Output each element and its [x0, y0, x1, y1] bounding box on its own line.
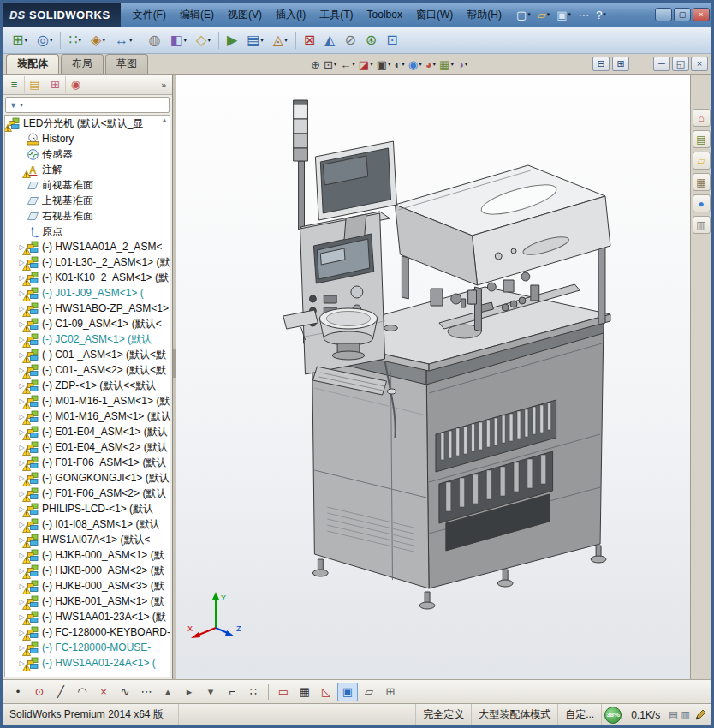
tree-item-hws1ai07a-1[interactable]: ▷HWS1AI07A<1> (默认< — [5, 532, 170, 547]
tree-item-k01-k10-2-asm-1[interactable]: ▷(-) K01-K10_2_ASM<1> (默 — [5, 270, 170, 285]
menu-help[interactable]: 帮助(H) — [460, 3, 509, 27]
erase-button[interactable]: × — [93, 683, 114, 701]
select-point-button[interactable]: • — [8, 683, 28, 701]
grid-table-button[interactable]: ⊞ — [380, 683, 401, 701]
tree-item-item-3[interactable]: A注解 — [5, 162, 170, 177]
close-button[interactable]: × — [693, 8, 710, 21]
tab-assembly[interactable]: 装配体 — [6, 54, 59, 74]
plane-button[interactable]: ▱ — [359, 683, 379, 701]
doc-close-button[interactable]: × — [691, 57, 708, 71]
maximize-button[interactable]: ▢ — [674, 8, 691, 21]
tree-item-i01-i08-asm-1[interactable]: ▷(-) I01-I08_ASM<1> (默认 — [5, 516, 170, 532]
zoom-fit-button[interactable]: ⊕ — [309, 56, 322, 73]
tree-item-m01-m16-1-asm-1[interactable]: ▷(-) M01-M16-1_ASM<1> (默 — [5, 393, 170, 409]
tree-item-hws1aa01a-2-asm[interactable]: ▷(-) HWS1AA01A_2_ASM< — [5, 239, 170, 254]
menu-file[interactable]: 文件(F) — [126, 3, 173, 27]
menu-edit[interactable]: 编辑(E) — [173, 3, 221, 27]
filter-dropdown-arrow-icon[interactable]: ▾ — [20, 101, 23, 109]
view-orientation-button[interactable]: ▣▾ — [375, 56, 393, 73]
resource-gauge[interactable]: 38% — [604, 707, 622, 724]
tree-scroll-up-button[interactable]: ▲ — [161, 116, 168, 124]
help-button[interactable]: ?▾ — [593, 8, 609, 22]
tree-item-hws1aa01-23a-1[interactable]: ▷(-) HWS1AA01-23A<1> (默 — [5, 609, 170, 624]
tree-item-led[interactable]: LED分光机 (默认<默认_显 — [5, 116, 170, 131]
previous-view-button[interactable]: ←▾ — [338, 56, 357, 73]
menu-toolbox[interactable]: Toolbox — [360, 3, 409, 27]
tree-item-jc02-asm-1[interactable]: ▷(-) JC02_ASM<1> (默认 — [5, 331, 170, 347]
tree-item-item-7[interactable]: 原点 — [5, 224, 170, 239]
viewport-multi-button[interactable]: ⊞ — [612, 57, 629, 71]
featuremanager-button[interactable]: ≡ — [4, 76, 25, 93]
point-pattern-button[interactable]: ∷ — [243, 683, 264, 701]
zoom-area-button[interactable]: ⊡▾ — [322, 56, 338, 73]
tree-item-l01-l30-2-asm-1[interactable]: ▷(-) L01-L30-_2_ASM<1> (默 — [5, 254, 170, 270]
more-commands-button[interactable]: ⋯ — [575, 8, 592, 22]
configurationmanager-button[interactable]: ⊞ — [45, 76, 66, 93]
sketch-active-button[interactable]: ▣ — [337, 683, 358, 701]
tree-item-philips-lcd-1[interactable]: ▷PHILIPS-LCD-<1> (默认 — [5, 501, 170, 516]
appearances-scenes-button[interactable]: ● — [693, 194, 711, 212]
speedpak-button[interactable]: ⊛ — [361, 29, 381, 51]
propertymanager-button[interactable]: ▤ — [25, 76, 45, 93]
tree-item-history[interactable]: History — [5, 131, 170, 146]
design-library-button[interactable]: ▤ — [693, 130, 711, 148]
display-style-button[interactable]: ◐▾ — [392, 56, 406, 73]
tree-item-c1-09-asm-1[interactable]: ▷(-) C1-09_ASM<1> (默认< — [5, 316, 170, 331]
tree-item-fc-128000-keyboard[interactable]: ▷(-) FC-128000-KEYBOARD- — [5, 624, 170, 640]
corner-rectangle-button[interactable]: ⌐ — [222, 683, 242, 701]
large-assembly-mode-button[interactable]: ⊡ — [382, 29, 402, 51]
displaymanager-button[interactable]: ◉ — [66, 76, 86, 93]
external-references-button[interactable]: ⊘ — [340, 29, 360, 51]
tree-item-item-4[interactable]: 前视基准面 — [5, 177, 170, 193]
apply-scene-button[interactable]: ▦▾ — [437, 56, 455, 73]
section-view-button[interactable]: ◪▾ — [357, 56, 375, 73]
interference-detection-button[interactable]: ⊠ — [300, 29, 319, 51]
polygon-points-button[interactable]: ⋯ — [136, 683, 157, 701]
menu-insert[interactable]: 插入(I) — [269, 3, 312, 27]
mate-button[interactable]: ◎▾ — [33, 29, 57, 51]
line-button[interactable]: ╱ — [51, 683, 71, 701]
menu-window[interactable]: 窗口(W) — [409, 3, 460, 27]
open-document-button[interactable]: ▱▾ — [535, 8, 553, 22]
minimize-button[interactable]: ─ — [655, 8, 672, 21]
edit-appearance-button[interactable]: ◕▾ — [424, 56, 437, 73]
tree-item-gongkongji-1[interactable]: ▷(-) GONGKONGJI<1> (默认 — [5, 470, 170, 486]
custom-properties-button[interactable]: ▥ — [693, 216, 711, 234]
tree-item-f01-f06-asm-2[interactable]: ▷(-) F01-F06_ASM<2> (默认 — [5, 486, 170, 501]
file-explorer-button[interactable]: ▱ — [693, 152, 711, 170]
bill-of-materials-button[interactable]: ▤▾ — [242, 29, 268, 51]
slot-button[interactable]: ▭ — [273, 683, 294, 701]
tree-item-e01-e04-asm-2[interactable]: ▷(-) E01-E04_ASM<2> (默认 — [5, 439, 170, 455]
status-note-icon[interactable]: ▥ — [680, 709, 692, 720]
convert-entities-button[interactable]: ▸ — [179, 683, 199, 701]
instant-3d-button[interactable]: ◭ — [320, 29, 339, 51]
tab-layout[interactable]: 布局 — [61, 54, 104, 74]
tree-item-hjkb-000-asm-3[interactable]: ▷(-) HJKB-000_ASM<3> (默 — [5, 578, 170, 594]
new-motion-study-button[interactable]: ▶ — [223, 29, 241, 51]
filter-bar[interactable]: ▼ ▾ — [5, 97, 170, 113]
smart-dimension-button[interactable]: ◺ — [316, 683, 336, 701]
viewport-single-button[interactable]: ⊟ — [592, 57, 610, 71]
tree-item-m01-m16-asm-1[interactable]: ▷(-) M01-M16_ASM<1> (默认 — [5, 409, 170, 424]
tree-item-hws1aa01-24a-1[interactable]: ▷(-) HWS1AA01-24A<1> ( — [5, 655, 170, 671]
tree-item-hjkb-000-asm-1[interactable]: ▷(-) HJKB-000_ASM<1> (默 — [5, 547, 170, 563]
tree-item-item-6[interactable]: 右视基准面 — [5, 208, 170, 224]
panel-overflow-chevron[interactable]: » — [157, 80, 170, 90]
status-panel-icon[interactable]: ▤ — [667, 709, 679, 720]
smart-fasteners-button[interactable]: ◈▾ — [86, 29, 110, 51]
tree-item-hjkb-000-asm-2[interactable]: ▷(-) HJKB-000_ASM<2> (默 — [5, 563, 170, 578]
move-component-button[interactable]: ↔▾ — [110, 29, 137, 51]
tree-item-j01-j09-asm-1[interactable]: ▷(-) J01-J09_ASM<1> ( — [5, 285, 170, 301]
solidworks-resources-button[interactable]: ⌂ — [693, 109, 711, 127]
assembly-features-button[interactable]: ◧▾ — [165, 29, 191, 51]
hatch-grid-button[interactable]: ▦ — [295, 683, 315, 701]
save-document-button[interactable]: ▣▾ — [554, 8, 574, 22]
reference-geometry-button[interactable]: ◇▾ — [192, 29, 215, 51]
tab-sketch[interactable]: 草图 — [105, 54, 148, 74]
new-document-button[interactable]: ▢▾ — [514, 8, 533, 22]
menu-view[interactable]: 视图(V) — [221, 3, 269, 27]
tree-item-f01-f06-asm-1[interactable]: ▷(-) F01-F06_ASM<1> (默认 — [5, 455, 170, 470]
tree-item-c01-asm-1[interactable]: ▷(-) C01-_ASM<1> (默认<默 — [5, 347, 170, 362]
tree-item-item-5[interactable]: 上视基准面 — [5, 193, 170, 208]
linear-component-pattern-button[interactable]: ∷▾ — [64, 29, 86, 51]
